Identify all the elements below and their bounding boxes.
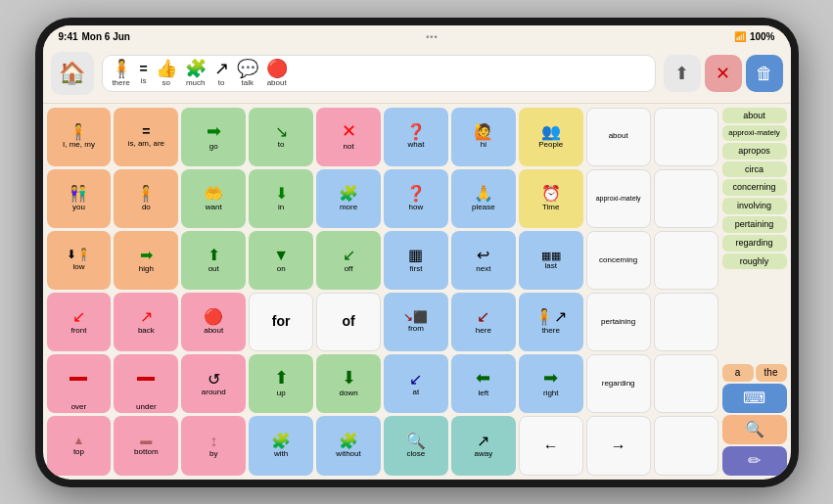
word-item-a[interactable]: a [722,364,754,382]
cell-concerning[interactable]: concerning [586,231,651,290]
cell-close[interactable]: 🔍 close [384,416,448,475]
cell-hi[interactable]: 🙋 hi [451,108,516,166]
cell-what[interactable]: ❓ what [384,108,448,166]
home-button[interactable]: 🏠 [51,52,94,95]
cell-there[interactable]: 🧍↗ there [519,293,583,351]
cell-low[interactable]: ⬇🧍 low [47,231,112,290]
pencil-button[interactable]: ✏ [722,446,787,476]
cell-empty-3 [654,231,718,290]
cell-about[interactable]: about [586,108,651,166]
word-item-roughly[interactable]: roughly [722,253,787,270]
sentence-word-talk[interactable]: 💬 talk [237,60,258,87]
cell-under[interactable]: under [114,354,178,413]
cell-people[interactable]: 👥 People [519,108,583,166]
cell-from[interactable]: ↘⬛ from [384,293,448,351]
toolbar-actions: ⬆ ✕ 🗑 [664,55,783,92]
sentence-area: 🧍 there = is 👍 so 🧩 much ↗ to [102,55,656,92]
cell-go[interactable]: ➡ go [181,108,246,166]
sentence-word-is[interactable]: = is [140,62,148,85]
cell-without[interactable]: 🧩 without [316,416,381,475]
cell-back[interactable]: ↗ back [114,293,178,351]
trash-button[interactable]: 🗑 [746,55,783,92]
cell-about-pos[interactable]: 🔴 about [181,293,246,351]
sentence-word-so[interactable]: 👍 so [156,60,177,87]
word-item-regarding[interactable]: regarding [722,235,787,252]
cell-nav-left[interactable]: ← [519,416,583,475]
date: Mon 6 Jun [82,31,130,42]
cell-next[interactable]: ↩ next [451,231,516,290]
cell-nav-right[interactable]: → [586,416,651,475]
cell-empty-2 [654,169,718,228]
word-icon-is: = [140,62,148,75]
cell-empty-5 [654,354,718,413]
cell-away[interactable]: ↗ away [451,416,516,475]
sentence-word-much[interactable]: 🧩 much [185,60,207,87]
cell-down[interactable]: ⬇ down [316,354,381,413]
cell-i-me-my[interactable]: 🧍 I, me, my [47,108,112,166]
word-icon-to: ↗ [214,60,229,77]
cell-how[interactable]: ❓ how [384,169,448,228]
word-item-the[interactable]: the [756,364,787,382]
cell-of[interactable]: of [316,293,381,351]
cell-last[interactable]: ▦▦ last [519,231,583,290]
sentence-word-there[interactable]: 🧍 there [111,60,132,87]
word-item-about[interactable]: about [722,108,787,124]
keyboard-button[interactable]: ⌨ [722,384,787,413]
cell-regarding[interactable]: regarding [586,354,651,413]
cell-off[interactable]: ↙ off [316,231,381,290]
cell-in[interactable]: ⬇ in [249,169,313,228]
delete-icon: ✕ [716,63,730,84]
cell-with[interactable]: 🧩 with [249,416,313,475]
word-label-to: to [218,78,225,87]
sentence-word-about[interactable]: 🔴 about [266,60,288,87]
word-item-circa[interactable]: circa [722,161,787,178]
cell-on[interactable]: ▼ on [249,231,313,290]
cell-right[interactable]: ➡ right [519,354,583,413]
cell-over[interactable]: over [47,354,112,413]
status-bar: 9:41 Mon 6 Jun ••• 📶 100% [43,25,791,45]
cell-want[interactable]: 🤲 want [181,169,246,228]
cell-time[interactable]: ⏰ Time [519,169,583,228]
time: 9:41 [59,31,78,42]
cell-more[interactable]: 🧩 more [316,169,381,228]
cell-left[interactable]: ⬅ left [451,354,516,413]
cell-approximately[interactable]: approxi-mately [586,169,651,228]
screen: 9:41 Mon 6 Jun ••• 📶 100% 🏠 🧍 there = [43,25,791,480]
cell-to[interactable]: ↘ to [249,108,313,166]
cell-is-am-are[interactable]: = is, am, are [114,108,178,166]
word-item-approximately[interactable]: approxi-mately [722,125,787,141]
cell-top[interactable]: ▲ top [47,416,112,475]
word-label-much: much [186,78,206,87]
word-item-concerning[interactable]: concerning [722,179,787,196]
panel-nav: a the [722,364,787,382]
cell-at[interactable]: ↙ at [384,354,448,413]
wifi-icon: 📶 [734,31,746,42]
cell-do[interactable]: 🧍 do [114,169,178,228]
cell-first[interactable]: ▦ first [384,231,448,290]
cell-here[interactable]: ↙ here [451,293,516,351]
cell-pertaining[interactable]: pertaining [586,293,651,351]
word-list: about approxi-mately apropos circa conce… [722,108,787,360]
cell-for[interactable]: for [249,293,313,351]
cell-bottom[interactable]: ▬ bottom [114,416,178,475]
word-item-pertaining[interactable]: pertaining [722,216,787,233]
word-item-apropos[interactable]: apropos [722,143,787,160]
sentence-word-to[interactable]: ↗ to [214,60,229,87]
cell-around[interactable]: ↺ around [181,354,246,413]
cell-front[interactable]: ↙ front [47,293,112,351]
cell-up[interactable]: ⬆ up [249,354,313,413]
word-label-is: is [141,76,147,85]
cell-by[interactable]: ↕ by [181,416,246,475]
delete-button[interactable]: ✕ [705,55,742,92]
word-item-involving[interactable]: involving [722,198,787,214]
cell-not[interactable]: ✕ not [316,108,381,166]
cell-empty-4 [654,293,718,351]
cell-you[interactable]: 👫 you [47,169,112,228]
cell-high[interactable]: ➡ high [114,231,178,290]
share-button[interactable]: ⬆ [664,55,701,92]
device: 9:41 Mon 6 Jun ••• 📶 100% 🏠 🧍 there = [35,18,799,487]
word-label-there: there [112,78,129,87]
cell-please[interactable]: 🙏 please [451,169,516,228]
cell-out[interactable]: ⬆ out [181,231,246,290]
search-button[interactable]: 🔍 [722,415,787,444]
